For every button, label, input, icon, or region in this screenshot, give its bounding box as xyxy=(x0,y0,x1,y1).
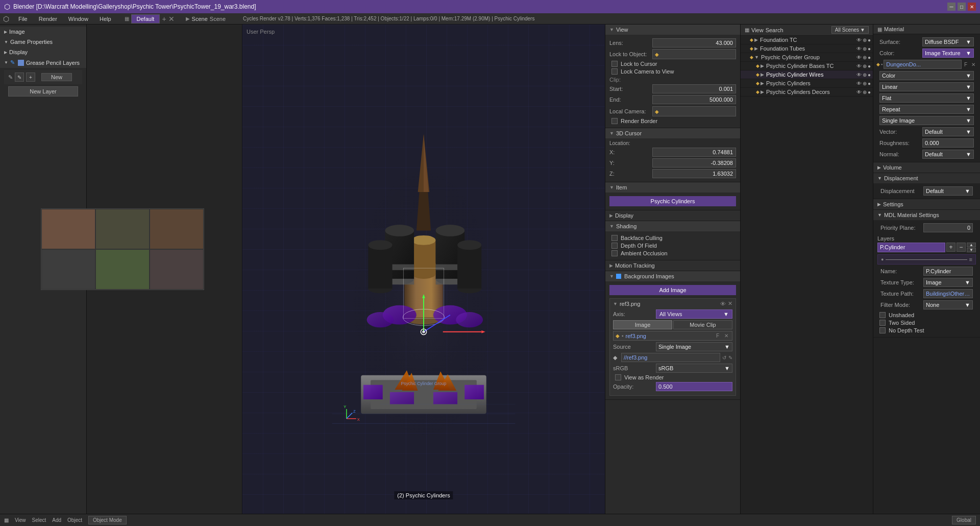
displacement-select[interactable]: Default ▼ xyxy=(923,186,973,196)
pencil-tool-btn[interactable]: ✎ xyxy=(15,73,24,82)
lock-camera-checkbox[interactable] xyxy=(611,68,618,75)
vis-render-3[interactable]: ● xyxy=(868,55,871,60)
texture-path-field[interactable]: Buildings\Other\...erGenerator.blp xyxy=(923,289,973,298)
tree-item-psychic-cylinders[interactable]: ◆ ▶ Psychic Cylinders 👁 ⊕ ● xyxy=(741,79,873,88)
np-view-header[interactable]: ▼ View xyxy=(605,25,740,35)
status-select[interactable]: Select xyxy=(32,517,46,523)
displacement-header[interactable]: ▼ Displacement xyxy=(873,173,980,183)
scene-name-field[interactable]: Scene xyxy=(210,16,226,22)
cursor-x-value[interactable]: 0.74881 xyxy=(652,148,736,157)
layer-down-btn[interactable]: ▼ xyxy=(967,248,976,252)
cursor-z-value[interactable]: 1.63032 xyxy=(652,169,736,178)
vis-cursor-7[interactable]: ⊕ xyxy=(863,89,867,95)
color-type-select[interactable]: Color ▼ xyxy=(879,71,974,80)
vis-render-2[interactable]: ● xyxy=(868,46,871,52)
vis-render-7[interactable]: ● xyxy=(868,89,871,95)
vector-select[interactable]: Default ▼ xyxy=(922,127,974,136)
movie-clip-tab[interactable]: Movie Clip xyxy=(673,320,732,329)
unshaded-checkbox[interactable] xyxy=(879,312,886,318)
image-tab[interactable]: Image xyxy=(613,320,672,329)
add-image-btn[interactable]: Add Image xyxy=(609,285,736,295)
3d-viewport[interactable]: User Persp xyxy=(242,25,605,514)
np-shading-header[interactable]: ▼ Shading xyxy=(605,221,740,231)
close-button[interactable]: ✕ xyxy=(968,3,976,11)
outliner-search-label[interactable]: Search xyxy=(766,27,783,33)
path-reload-btn[interactable]: ↺ xyxy=(722,355,726,361)
status-mode-selector[interactable]: Object Mode xyxy=(88,516,127,524)
interpolation-select[interactable]: Linear ▼ xyxy=(879,82,974,91)
all-scenes-btn[interactable]: All Scenes ▼ xyxy=(831,26,869,34)
name-field[interactable]: P.Cylinder xyxy=(923,267,973,276)
vis-eye-1[interactable]: 👁 xyxy=(856,37,862,43)
np-motion-tracking-collapsed[interactable]: ▶ Motion Tracking xyxy=(605,260,740,271)
np-cursor-header[interactable]: ▼ 3D Cursor xyxy=(605,128,740,138)
render-border-checkbox[interactable] xyxy=(611,118,618,124)
props-section-game-header[interactable]: ▼ Game Properties xyxy=(0,37,86,47)
color-value-field[interactable]: sRGB ▼ xyxy=(656,364,732,373)
status-add[interactable]: Add xyxy=(52,517,61,523)
np-bg-images-header[interactable]: ▼ Background Images xyxy=(605,271,740,281)
path-field[interactable]: //ref3.png xyxy=(621,353,720,362)
lock-cursor-checkbox[interactable] xyxy=(611,61,618,67)
mdl-header[interactable]: ▼ MDL Material Settings xyxy=(873,210,980,220)
add-layer-btn[interactable]: + xyxy=(26,73,35,82)
texture-file-field[interactable]: DungeonDo... xyxy=(884,60,962,69)
backface-culling-checkbox[interactable] xyxy=(611,235,618,241)
props-section-grease-header[interactable]: ▼ ✎ Grease Pencil Layers xyxy=(0,57,86,68)
color-type-field[interactable]: Image Texture ▼ xyxy=(922,49,974,58)
view-as-render-checkbox[interactable] xyxy=(615,374,621,380)
tree-item-decors[interactable]: ◆ ▶ Psychic Cylinders Decors 👁 ⊕ ● xyxy=(741,88,873,97)
tree-item-foundation-tc[interactable]: ◆ ▶ Foundation TC 👁 ⊕ ● xyxy=(741,36,873,44)
status-view[interactable]: View xyxy=(15,517,26,523)
bg-eye-icon[interactable]: 👁 xyxy=(720,301,726,307)
projection-select[interactable]: Flat ▼ xyxy=(879,93,974,103)
priority-field[interactable]: 0 xyxy=(923,223,973,232)
close-workspace-btn[interactable]: ✕ xyxy=(168,15,175,23)
source-value-field[interactable]: Single Image ▼ xyxy=(656,342,732,351)
maximize-button[interactable]: □ xyxy=(958,3,966,11)
opacity-value-field[interactable]: 0.500 xyxy=(656,382,732,391)
vis-cursor-3[interactable]: ⊕ xyxy=(863,55,867,60)
add-layer-plus-btn[interactable]: + xyxy=(946,243,955,252)
filter-mode-select[interactable]: None ▼ xyxy=(923,300,973,309)
remove-layer-minus-btn[interactable]: − xyxy=(957,243,966,252)
vis-render-6[interactable]: ● xyxy=(868,81,871,86)
tree-item-psychic-group[interactable]: ◆ ▼ Psychic Cylinder Group 👁 ⊕ ● xyxy=(741,53,873,62)
extension-select[interactable]: Repeat ▼ xyxy=(879,105,974,114)
clip-end-value[interactable]: 5000.000 xyxy=(652,95,736,104)
menu-file[interactable]: File xyxy=(16,15,30,23)
no-depth-checkbox[interactable] xyxy=(879,327,886,333)
minimize-button[interactable]: ─ xyxy=(947,3,955,11)
add-workspace-btn[interactable]: + xyxy=(162,15,166,23)
vis-cursor-6[interactable]: ⊕ xyxy=(863,81,867,86)
bg-close-icon[interactable]: ✕ xyxy=(728,300,732,307)
vis-eye-3[interactable]: 👁 xyxy=(856,55,862,60)
vis-eye-4[interactable]: 👁 xyxy=(856,63,862,69)
local-camera-field[interactable]: ◆ xyxy=(652,106,736,116)
layer-name-field[interactable]: P.Cylinder xyxy=(877,243,945,252)
path-edit-btn[interactable]: ✎ xyxy=(728,355,732,361)
axis-value-field[interactable]: All Views ▼ xyxy=(656,309,732,319)
normal-select[interactable]: Default ▼ xyxy=(922,150,974,159)
vis-eye-6[interactable]: 👁 xyxy=(856,81,862,86)
tree-item-bases-tc[interactable]: ◆ ▶ Psychic Cylinder Bases TC 👁 ⊕ ● xyxy=(741,62,873,70)
vis-render-5[interactable]: ● xyxy=(868,72,871,78)
vis-cursor-2[interactable]: ⊕ xyxy=(863,46,867,52)
surface-value-field[interactable]: Diffuse BSDF ▼ xyxy=(922,37,974,46)
vis-cursor-4[interactable]: ⊕ xyxy=(863,63,867,69)
new-btn[interactable]: New xyxy=(41,73,72,81)
cursor-y-value[interactable]: -0.38208 xyxy=(652,158,736,168)
vis-eye-2[interactable]: 👁 xyxy=(856,46,862,52)
image-type-select[interactable]: Single Image ▼ xyxy=(879,116,974,125)
two-sided-checkbox[interactable] xyxy=(879,320,886,326)
vis-render-4[interactable]: ● xyxy=(868,63,871,69)
bg-file-browse-btn[interactable]: F xyxy=(715,332,721,339)
tex-x-btn[interactable]: ✕ xyxy=(970,61,977,68)
tree-item-wires[interactable]: ◆ ▶ Psychic Cylinder Wires 👁 ⊕ ● xyxy=(741,70,873,79)
menu-help[interactable]: Help xyxy=(97,15,113,23)
status-object[interactable]: Object xyxy=(67,517,82,523)
ambient-occlusion-checkbox[interactable] xyxy=(611,250,618,256)
item-psychic-cylinders-btn[interactable]: Psychic Cylinders xyxy=(609,196,736,206)
vis-render-1[interactable]: ● xyxy=(868,37,871,43)
menu-window[interactable]: Window xyxy=(66,15,90,23)
